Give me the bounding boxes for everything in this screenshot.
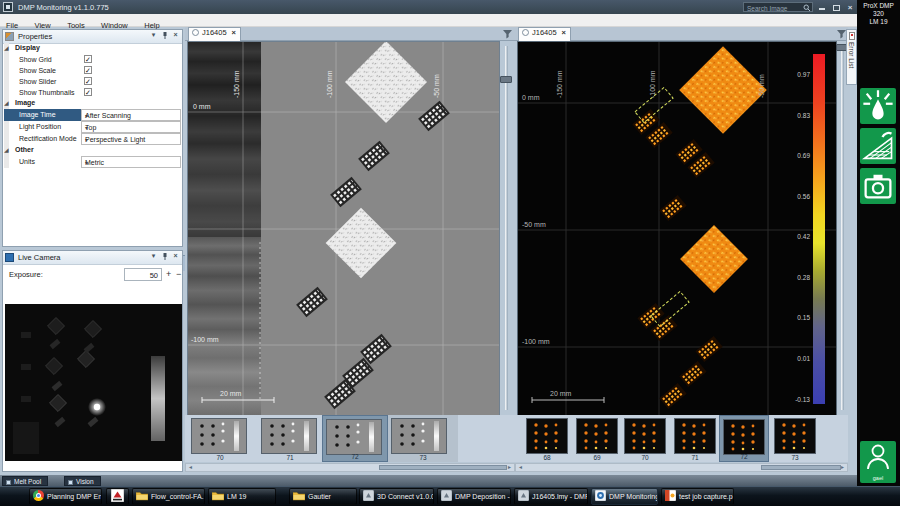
right-scan-image[interactable]: 0.97 0.83 0.69 0.56 0.42 0.28 0.15 0.01 … bbox=[517, 41, 837, 416]
group-display[interactable]: ◢Display bbox=[4, 43, 182, 54]
right-scroll-thumb[interactable] bbox=[761, 465, 841, 470]
taskbar-item-red-app[interactable] bbox=[106, 488, 129, 505]
right-tabbar: J16405× bbox=[515, 27, 848, 41]
tab-close-icon[interactable]: × bbox=[562, 28, 566, 37]
machine-name: ProX DMP 320 LM 19 bbox=[857, 2, 900, 26]
thumbnail-71[interactable]: 71 bbox=[258, 415, 322, 462]
row-rectification-mode[interactable]: Rectification Mode Perspective & Light▾ bbox=[4, 133, 182, 145]
machine-sidebar: ProX DMP 320 LM 19 bbox=[857, 0, 900, 486]
tab-vision[interactable]: Vision bbox=[64, 476, 101, 486]
error-list-tab[interactable]: Error List bbox=[846, 29, 857, 85]
camera-view-button[interactable] bbox=[860, 168, 896, 204]
taskbar-item-3d-connect[interactable]: 3D Connect v1.0.0... bbox=[359, 488, 434, 505]
titlebar: DMP Monitoring v1.1.0.775 × bbox=[0, 0, 857, 14]
user-button[interactable]: gael bbox=[860, 441, 896, 483]
live-camera-image[interactable] bbox=[5, 304, 182, 461]
window-title: DMP Monitoring v1.1.0.775 bbox=[18, 3, 109, 12]
expander-icon[interactable]: ◢ bbox=[4, 99, 9, 106]
minimize-button[interactable] bbox=[817, 3, 827, 12]
center-scan-image[interactable]: -150 mm -100 mm -50 mm 0 mm -100 mm 20 m… bbox=[187, 41, 500, 416]
search-input[interactable] bbox=[745, 3, 805, 13]
right-tab-j16405[interactable]: J16405× bbox=[518, 27, 571, 41]
tab-close-icon[interactable]: × bbox=[232, 28, 236, 37]
maximize-button[interactable] bbox=[831, 3, 841, 12]
thumbnail-68[interactable]: 68 bbox=[523, 415, 571, 462]
melt-pool-tab-icon bbox=[6, 480, 11, 485]
svg-text:0 mm: 0 mm bbox=[522, 94, 540, 101]
taskbar-item-lm19[interactable]: LM 19 bbox=[208, 488, 276, 505]
svg-text:-100 mm: -100 mm bbox=[649, 70, 656, 98]
error-list-icon bbox=[849, 32, 855, 40]
tab-melt-pool[interactable]: Melt Pool bbox=[2, 476, 48, 486]
taskbar-item-test-job-capture[interactable]: test job capture.p... bbox=[661, 488, 734, 505]
melt-pool-monitor-button[interactable] bbox=[860, 88, 896, 124]
scroll-left-icon[interactable]: ◄ bbox=[518, 464, 523, 470]
thumbnail-73[interactable]: 73 bbox=[771, 415, 819, 462]
folder-icon bbox=[293, 490, 305, 501]
light-position-dropdown[interactable]: Top▾ bbox=[81, 121, 181, 133]
show-grid-checkbox[interactable]: ✓ bbox=[84, 55, 92, 63]
row-light-position[interactable]: Light Position Top▾ bbox=[4, 121, 182, 133]
filter-icon[interactable] bbox=[503, 30, 512, 39]
panel-close-icon[interactable]: × bbox=[171, 31, 180, 38]
row-show-thumbnails[interactable]: Show Thumbnails✓ bbox=[4, 87, 182, 98]
thumbnail-69[interactable]: 69 bbox=[573, 415, 621, 462]
right-thumbnail-strip: 68 69 70 71 72 73 bbox=[515, 415, 848, 462]
exposure-increase-button[interactable]: + bbox=[166, 269, 171, 279]
thumbnail-73[interactable]: 73 bbox=[388, 415, 458, 462]
center-vertical-slider-handle[interactable] bbox=[500, 76, 512, 83]
row-units[interactable]: Units Metric▾ bbox=[4, 156, 182, 168]
panel-menu-chevron-icon[interactable]: ▾ bbox=[149, 252, 158, 260]
exposure-decrease-button[interactable]: − bbox=[176, 269, 181, 279]
right-horizontal-scrollbar[interactable]: ◄ ► bbox=[515, 463, 848, 472]
thumbnail-71[interactable]: 71 bbox=[671, 415, 719, 462]
thumbnail-70[interactable]: 70 bbox=[621, 415, 669, 462]
show-thumbnails-checkbox[interactable]: ✓ bbox=[84, 88, 92, 96]
center-vertical-slider-track[interactable] bbox=[505, 46, 508, 410]
taskbar-item-planning-dmp[interactable]: Planning DMP En... bbox=[29, 488, 102, 505]
scroll-right-icon[interactable]: ► bbox=[507, 464, 512, 470]
center-tab-j16405[interactable]: J16405× bbox=[188, 27, 241, 41]
taskbar-item-dmp-monitoring[interactable]: DMP Monitoring ... bbox=[591, 488, 658, 505]
red-app-icon bbox=[111, 489, 124, 502]
group-image[interactable]: ◢Image bbox=[4, 98, 182, 109]
row-image-time[interactable]: Image Time After Scanning▾ bbox=[4, 109, 182, 121]
svg-text:20 mm: 20 mm bbox=[220, 390, 242, 397]
expander-icon[interactable]: ◢ bbox=[4, 146, 9, 153]
thumbnail-72-selected[interactable]: 72 bbox=[322, 415, 388, 462]
center-horizontal-scrollbar[interactable]: ◄ ► bbox=[185, 463, 515, 472]
image-time-dropdown[interactable]: After Scanning▾ bbox=[81, 109, 181, 121]
thumbnail-70[interactable]: 70 bbox=[188, 415, 252, 462]
row-show-grid[interactable]: Show Grid✓ bbox=[4, 54, 182, 65]
menubar: File View Tools Window Help bbox=[0, 14, 857, 27]
taskbar-item-dmp-deposition[interactable]: DMP Deposition -... bbox=[437, 488, 511, 505]
close-button[interactable]: × bbox=[845, 3, 855, 12]
row-show-slider[interactable]: Show Slider✓ bbox=[4, 76, 182, 87]
search-box[interactable] bbox=[743, 2, 813, 12]
scroll-left-icon[interactable]: ◄ bbox=[188, 464, 193, 470]
panel-close-icon[interactable]: × bbox=[171, 252, 180, 259]
pin-icon[interactable] bbox=[161, 252, 169, 261]
show-scale-checkbox[interactable]: ✓ bbox=[84, 66, 92, 74]
powder-layer-button[interactable] bbox=[860, 128, 896, 164]
taskbar-item-j16405-lmy[interactable]: J16405.lmy - DMP ... bbox=[514, 488, 588, 505]
chevron-down-icon: ▾ bbox=[85, 159, 179, 166]
svg-text:0.97: 0.97 bbox=[797, 71, 810, 78]
right-vertical-slider-track[interactable] bbox=[841, 46, 844, 410]
svg-text:-0.13: -0.13 bbox=[795, 396, 810, 403]
units-dropdown[interactable]: Metric▾ bbox=[81, 156, 181, 168]
group-other[interactable]: ◢Other bbox=[4, 145, 182, 156]
taskbar-item-gautier[interactable]: Gautier bbox=[289, 488, 357, 505]
center-scroll-thumb[interactable] bbox=[379, 465, 507, 470]
pin-icon[interactable] bbox=[161, 31, 169, 40]
rectification-mode-dropdown[interactable]: Perspective & Light▾ bbox=[81, 133, 181, 145]
expander-icon[interactable]: ◢ bbox=[4, 44, 9, 51]
taskbar-item-flow-control[interactable]: Flow_control-FA... bbox=[132, 488, 205, 505]
show-slider-checkbox[interactable]: ✓ bbox=[84, 77, 92, 85]
row-show-scale[interactable]: Show Scale✓ bbox=[4, 65, 182, 76]
exposure-value-field[interactable]: 50 bbox=[124, 268, 162, 281]
thumbnail-72-selected[interactable]: 72 bbox=[719, 415, 769, 462]
panel-menu-chevron-icon[interactable]: ▾ bbox=[149, 31, 158, 39]
svg-text:-50 mm: -50 mm bbox=[522, 221, 546, 228]
filter-icon[interactable] bbox=[837, 30, 846, 39]
